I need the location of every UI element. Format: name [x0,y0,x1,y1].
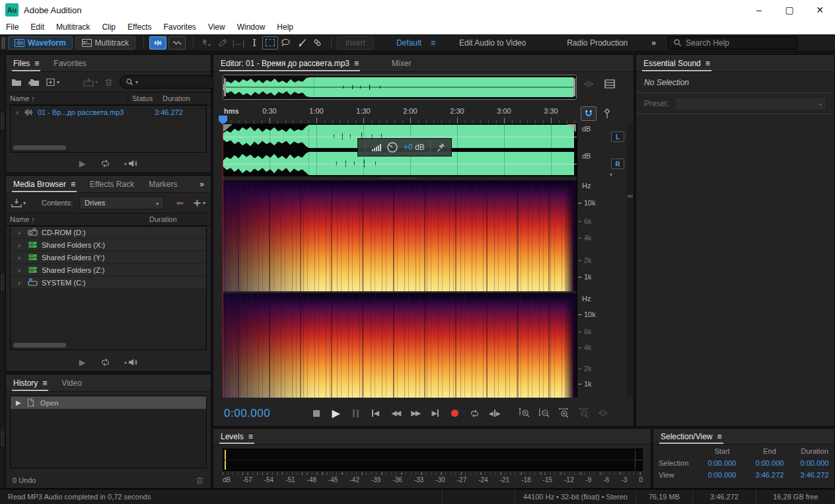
waveform-display[interactable]: +0 dB [223,124,577,176]
workspace-radio-production[interactable]: Radio Production [562,38,633,48]
spectral-right-channel[interactable] [223,293,577,398]
workspace-default[interactable]: Default [391,38,427,48]
selection-end[interactable]: 0:00.000 [746,459,793,467]
waveform-mode-button[interactable]: Waveform [8,36,73,50]
snap-toggle[interactable] [581,106,597,121]
spectral-display-toggle[interactable] [168,36,186,50]
time-selection-tool[interactable]: I [246,36,262,50]
panel-menu-icon[interactable] [34,59,39,68]
panel-drag-handle[interactable] [1,429,4,447]
pause-button[interactable] [348,407,363,420]
selection-duration[interactable]: 0:00.000 [793,459,835,467]
tab-essential-sound[interactable]: Essential Sound [636,55,717,71]
invert-button[interactable]: Invert [337,36,374,50]
menu-effects[interactable]: Effects [122,22,157,32]
preset-dropdown[interactable] [674,97,826,110]
files-hscroll-thumb[interactable] [13,145,66,150]
panel-menu-icon[interactable] [706,59,710,68]
panel-menu-icon[interactable] [248,432,253,441]
skip-to-next-button[interactable]: ▶ [427,407,443,420]
add-shortcut-button[interactable] [193,199,205,207]
expand-chevron-icon[interactable]: › [15,279,24,287]
tab-history[interactable]: History [6,375,54,391]
editor-vscroll-track[interactable] [627,124,634,398]
search-options-caret-icon[interactable] [135,79,138,85]
zoom-out-full-icon[interactable] [583,79,594,89]
search-help-input[interactable] [686,38,792,48]
tab-favorites[interactable]: Favorites [46,55,93,71]
gain-hud[interactable]: +0 dB [357,138,452,157]
rewind-button[interactable]: ◀◀ [388,407,403,420]
preview-autoplay-speaker-button[interactable]: ▸ [125,159,138,168]
skip-selection-button[interactable]: ◀▶ [487,407,502,420]
preview-play-button[interactable]: ▶ [79,357,86,367]
tab-mixer[interactable]: Mixer [384,55,418,71]
zoom-to-selection-button[interactable] [556,407,571,420]
panel-list-icon[interactable] [604,79,615,89]
channel-options-caret-icon[interactable] [610,170,612,178]
loop-playback-button[interactable] [467,407,482,420]
zoom-out-time-button[interactable] [536,407,552,420]
new-file-button[interactable] [46,78,59,87]
back-button[interactable]: ⬅ [176,198,184,208]
import-media-button[interactable] [11,199,26,207]
zoom-in-time-button[interactable] [517,407,532,420]
expand-chevron-icon[interactable]: › [15,241,24,249]
spot-healing-brush-tool[interactable] [310,36,326,50]
close-button[interactable]: ✕ [805,0,835,20]
open-file-button[interactable] [11,78,22,87]
right-channel-button[interactable]: R [611,159,624,169]
preview-play-button[interactable]: ▶ [79,159,86,168]
menu-file[interactable]: File [0,22,24,32]
hud-grip-icon[interactable] [364,142,367,153]
panel-drag-handle[interactable] [1,273,4,291]
contents-dropdown[interactable]: Drives [79,196,164,209]
play-button[interactable]: ▶ [328,407,344,420]
reset-zoom-button[interactable] [596,407,611,420]
tab-selection-view[interactable]: Selection/View [653,429,729,444]
menu-window[interactable]: Window [231,22,272,32]
drive-row-cdrom[interactable]: › CD-ROM (D:) [11,227,206,239]
maximize-button[interactable]: ▢ [774,0,805,20]
tab-overflow-icon[interactable]: » [193,176,211,192]
menu-favorites[interactable]: Favorites [158,22,202,32]
panel-menu-icon[interactable] [71,180,75,189]
hud-pin-icon[interactable] [436,143,445,152]
tab-effects-rack[interactable]: Effects Rack [83,176,141,192]
files-col-name[interactable]: Name ↑ [6,92,127,104]
insert-into-multitrack-button[interactable] [83,78,98,87]
expand-chevron-icon[interactable]: › [11,108,24,116]
paintbrush-selection-tool[interactable] [294,36,310,50]
razor-tool[interactable] [215,36,231,50]
skip-to-previous-button[interactable]: ◀ [368,407,383,420]
workspace-edit-audio-to-video[interactable]: Edit Audio to Video [454,38,531,48]
menu-help[interactable]: Help [271,22,299,32]
move-tool[interactable] [199,36,215,50]
toolbar-grip[interactable] [1,37,5,49]
expand-chevron-icon[interactable]: › [15,266,24,274]
import-file-button[interactable] [28,78,40,87]
hud-gain-value[interactable]: +0 [404,143,413,152]
panel-menu-icon[interactable] [717,432,722,441]
zoom-out-full-button[interactable] [576,407,591,420]
menu-multitrack[interactable]: Multitrack [50,22,96,32]
preview-autoplay-speaker-button[interactable]: ▸ [125,358,138,367]
history-entry-open[interactable]: ▶ Open [11,396,206,409]
drive-row-system-c[interactable]: › SYSTEM (C:) [11,277,206,289]
delete-file-button[interactable] [104,78,113,87]
marker-pin-icon[interactable] [603,108,611,119]
drive-row-shared-x[interactable]: › Shared Folders (X:) [11,239,206,252]
tab-editor[interactable]: Editor: 01 - Время до рассвета.mp3 [213,55,366,71]
workspace-menu-icon[interactable] [431,38,435,48]
stop-button[interactable] [309,407,324,420]
expand-chevron-icon[interactable]: › [15,254,24,262]
view-duration[interactable]: 3:46.272 [793,471,835,479]
waveform-overview[interactable] [223,75,577,100]
panel-menu-icon[interactable] [354,59,359,68]
waveform-display-toggle[interactable] [149,36,166,50]
editor-vscroll-thumb[interactable] [628,195,633,198]
time-ruler[interactable]: hms 0:30 1:00 1:30 2:00 2:30 3:00 3:30 [223,105,577,124]
gain-knob-icon[interactable] [386,141,398,153]
menu-view[interactable]: View [202,22,231,32]
spectral-left-channel[interactable] [223,180,577,291]
